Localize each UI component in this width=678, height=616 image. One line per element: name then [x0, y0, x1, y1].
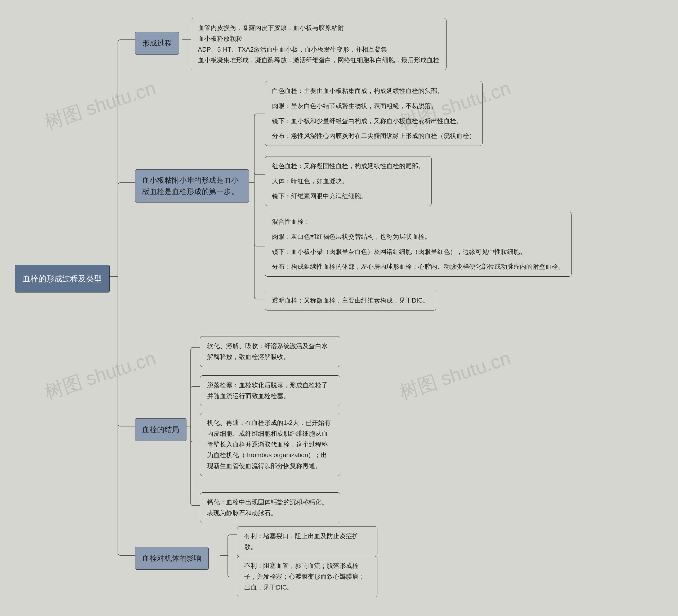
text: 透明血栓：又称微血栓，主要由纤维素构成，见于DIC。 — [272, 297, 429, 304]
text: 镜下：血小板小梁（肉眼呈灰白色）及网络红细胞（肉眼呈红色），边缘可见中性粒细胞。 — [272, 246, 564, 257]
text: 肉眼：呈灰白色小结节或赘生物状，表面粗糙，不易脱落。 — [272, 100, 476, 112]
text: 混合性血栓： — [272, 216, 564, 227]
text: 镜下：纤维素网眼中充满红细胞。 — [272, 191, 424, 202]
text: 血小板释放颗粒 — [198, 33, 439, 44]
branch-formation-label: 形成过程 — [142, 39, 172, 47]
leaf-white-thrombus[interactable]: 白色血栓：主要由血小板粘集而成，构成延续性血栓的头部。 肉眼：呈灰白色小结节或赘… — [265, 81, 483, 146]
leaf-outcome-organize[interactable]: 机化、再通：在血栓形成的1-2天，已开始有内皮细胞、成纤维细胞和成肌纤维细胞从血… — [200, 413, 340, 476]
leaf-outcome-detach[interactable]: 脱落栓塞：血栓软化后脱落，形成血栓栓子并随血流运行而致血栓栓塞。 — [200, 375, 340, 406]
text: 白色血栓：主要由血小板粘集而成，构成延续性血栓的头部。 — [272, 85, 476, 96]
text: 红色血栓：又称凝固性血栓，构成延续性血栓的尾部。 — [272, 161, 424, 171]
text: 血管内皮损伤，暴露内皮下胶原，血小板与胶原粘附 — [198, 23, 439, 33]
watermark: 树图 shutu.cn — [41, 345, 159, 405]
branch-types[interactable]: 血小板粘附小堆的形成是血小板血栓是血栓形成的第一步。 — [135, 169, 249, 203]
leaf-outcome-calcify[interactable]: 钙化：血栓中出现固体钙盐的沉积称钙化。表现为静脉石和动脉石。 — [200, 492, 340, 523]
text: 镜下：血小板和少量纤维蛋白构成，又称血小板血栓或析出性血栓。 — [272, 116, 476, 127]
branch-outcome[interactable]: 血栓的结局 — [135, 418, 186, 441]
leaf-transparent-thrombus[interactable]: 透明血栓：又称微血栓，主要由纤维素构成，见于DIC。 — [265, 291, 436, 311]
branch-outcome-label: 血栓的结局 — [142, 425, 179, 434]
text: 分布：构成延续性血栓的体部，左心房内球形血栓；心腔内、动脉粥样硬化部位或动脉瘤内… — [272, 261, 564, 272]
text: 脱落栓塞：血栓软化后脱落，形成血栓栓子并随血流运行而致血栓栓塞。 — [207, 381, 328, 400]
leaf-mixed-thrombus[interactable]: 混合性血栓： 肉眼：灰白色和红褐色层状交替结构，也称为层状血栓。 镜下：血小板小… — [265, 212, 571, 277]
text: ADP、5-HT、TXA2激活血中血小板，血小板发生变形，并相互凝集 — [198, 44, 439, 55]
text: 有利：堵塞裂口，阻止出血及防止炎症扩散。 — [244, 532, 359, 550]
text: 不利：阻塞血管，影响血流；脱落形成栓子，并发栓塞；心瓣膜变形而致心瓣膜病；出血，… — [244, 562, 365, 591]
branch-effect[interactable]: 血栓对机体的影响 — [135, 547, 209, 570]
leaf-effect-bad[interactable]: 不利：阻塞血管，影响血流；脱落形成栓子，并发栓塞；心瓣膜变形而致心瓣膜病；出血，… — [237, 556, 377, 597]
watermark: 树图 shutu.cn — [396, 345, 514, 405]
text: 血小板凝集堆形成，凝血酶释放，激活纤维蛋白，网络红细胞和白细胞，最后形成血栓 — [198, 55, 439, 66]
text: 钙化：血栓中出现固体钙盐的沉积称钙化。表现为静脉石和动脉石。 — [207, 498, 328, 517]
branch-formation[interactable]: 形成过程 — [135, 32, 179, 54]
leaf-outcome-dissolve[interactable]: 软化、溶解、吸收：纤溶系统激活及蛋白水解酶释放，致血栓溶解吸收。 — [200, 336, 340, 367]
leaf-effect-good[interactable]: 有利：堵塞裂口，阻止出血及防止炎症扩散。 — [237, 526, 377, 557]
text: 肉眼：灰白色和红褐色层状交替结构，也称为层状血栓。 — [272, 231, 564, 242]
root-title: 血栓的形成过程及类型 — [23, 274, 102, 283]
root-node[interactable]: 血栓的形成过程及类型 — [15, 265, 110, 292]
leaf-red-thrombus[interactable]: 红色血栓：又称凝固性血栓，构成延续性血栓的尾部。 大体：暗红色，如血凝块。 镜下… — [265, 156, 432, 206]
branch-types-label: 血小板粘附小堆的形成是血小板血栓是血栓形成的第一步。 — [142, 176, 239, 196]
branch-effect-label: 血栓对机体的影响 — [142, 554, 201, 562]
watermark: 树图 shutu.cn — [41, 75, 159, 135]
text: 软化、溶解、吸收：纤溶系统激活及蛋白水解酶释放，致血栓溶解吸收。 — [207, 342, 328, 360]
text: 机化、再通：在血栓形成的1-2天，已开始有内皮细胞、成纤维细胞和成肌纤维细胞从血… — [207, 419, 331, 469]
text: 大体：暗红色，如血凝块。 — [272, 176, 424, 187]
leaf-formation-detail[interactable]: 血管内皮损伤，暴露内皮下胶原，血小板与胶原粘附 血小板释放颗粒 ADP、5-HT… — [191, 18, 447, 70]
text: 分布：急性风湿性心内膜炎时在二尖瓣闭锁缘上形成的血栓（疣状血栓） — [272, 130, 476, 141]
